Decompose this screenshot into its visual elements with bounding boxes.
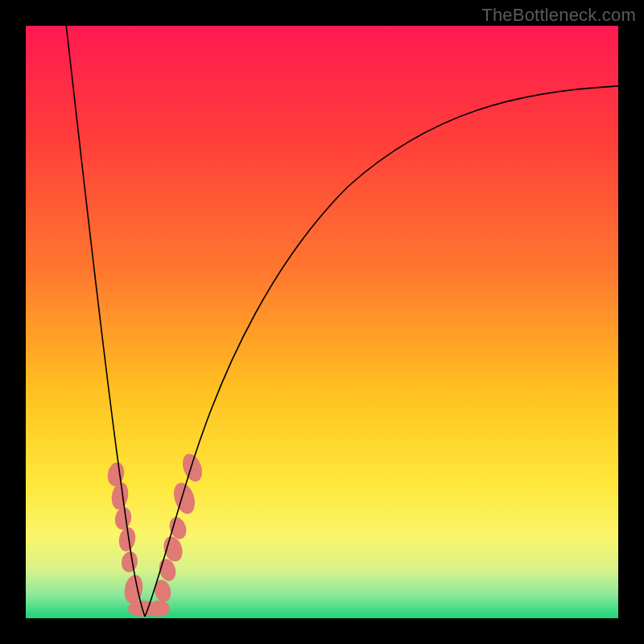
svg-point-13 [180, 451, 206, 484]
svg-point-2 [114, 506, 134, 530]
svg-point-5 [122, 573, 145, 605]
curve-left-branch [64, 26, 145, 617]
svg-point-8 [152, 578, 173, 604]
svg-point-4 [120, 551, 139, 574]
marker-cluster [105, 451, 205, 617]
watermark-text: TheBottleneck.com [481, 5, 636, 26]
svg-point-12 [170, 480, 198, 516]
svg-point-7 [147, 601, 170, 617]
plot-area [26, 26, 618, 618]
curve-right-branch [145, 85, 618, 617]
chart-svg [26, 26, 618, 618]
